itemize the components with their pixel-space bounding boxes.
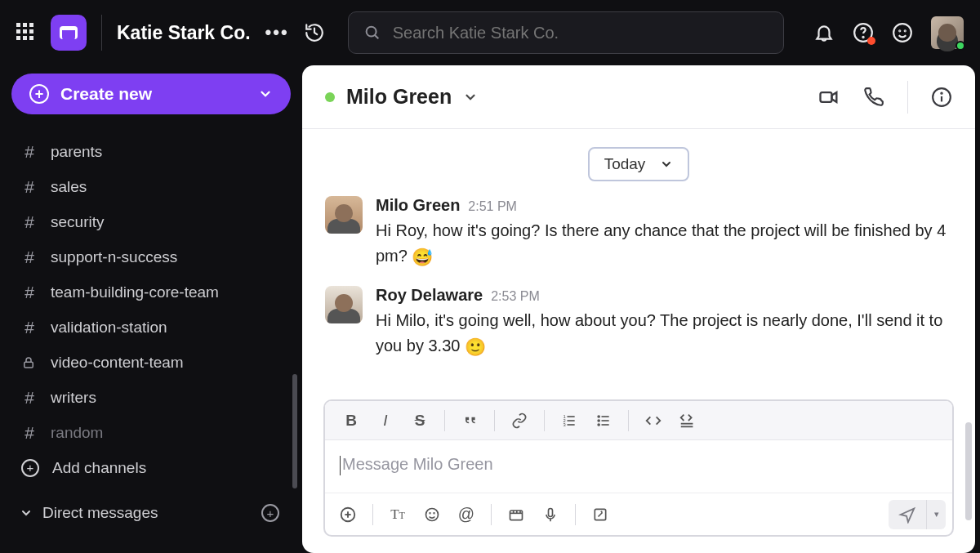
add-channels-button[interactable]: + Add channels bbox=[11, 450, 302, 485]
channel-writers[interactable]: #writers bbox=[11, 380, 302, 415]
message: Milo Green2:51 PMHi Roy, how it's going?… bbox=[325, 196, 952, 271]
svg-point-29 bbox=[426, 508, 439, 520]
send-options-button[interactable]: ▾ bbox=[926, 500, 946, 529]
lock-icon bbox=[21, 355, 38, 370]
add-channels-label: Add channels bbox=[52, 459, 146, 477]
link-button[interactable] bbox=[503, 406, 536, 435]
svg-point-21 bbox=[598, 416, 599, 417]
svg-point-5 bbox=[899, 30, 900, 31]
chevron-down-icon bbox=[660, 158, 673, 171]
apps-grid-icon[interactable] bbox=[16, 23, 36, 42]
message-text: Hi Milo, it's going well, how about you?… bbox=[376, 308, 952, 361]
message-avatar[interactable] bbox=[325, 196, 363, 234]
strikethrough-button[interactable]: S bbox=[403, 406, 436, 435]
channel-label: team-building-core-team bbox=[51, 283, 219, 301]
channel-video-content-team[interactable]: video-content-team bbox=[11, 345, 302, 380]
quote-button[interactable] bbox=[453, 406, 486, 435]
channel-label: support-n-success bbox=[51, 248, 177, 266]
svg-point-6 bbox=[905, 30, 906, 31]
channel-security[interactable]: #security bbox=[11, 204, 302, 239]
bold-button[interactable]: B bbox=[335, 406, 368, 435]
mention-button[interactable]: @ bbox=[450, 500, 483, 529]
channel-support-n-success[interactable]: #support-n-success bbox=[11, 239, 302, 274]
hash-icon: # bbox=[21, 423, 38, 443]
compose-actions: TT @ bbox=[325, 493, 952, 535]
italic-button[interactable]: I bbox=[369, 406, 402, 435]
svg-point-23 bbox=[598, 424, 599, 426]
sidebar-scrollbar[interactable] bbox=[292, 374, 297, 488]
more-menu-icon[interactable]: ••• bbox=[265, 22, 289, 43]
date-divider[interactable]: Today bbox=[588, 147, 690, 181]
help-icon[interactable] bbox=[853, 22, 874, 43]
message-avatar[interactable] bbox=[325, 286, 363, 323]
channel-random[interactable]: #random bbox=[11, 415, 302, 450]
info-icon[interactable] bbox=[931, 87, 952, 108]
ordered-list-button[interactable]: 123 bbox=[553, 406, 586, 435]
text-format-button[interactable]: TT bbox=[381, 500, 414, 529]
workspace-logo[interactable] bbox=[51, 15, 87, 51]
shortcut-button[interactable] bbox=[584, 500, 617, 529]
chat-contact-name: Milo Green bbox=[346, 85, 452, 109]
message: Roy Delaware2:53 PMHi Milo, it's going w… bbox=[325, 286, 952, 361]
svg-rect-7 bbox=[24, 362, 33, 368]
code-block-button[interactable] bbox=[671, 406, 704, 435]
channel-parents[interactable]: #parents bbox=[11, 134, 302, 169]
emoji-header-icon[interactable] bbox=[892, 22, 913, 43]
message-stream: Today Milo Green2:51 PMHi Roy, how it's … bbox=[302, 129, 975, 391]
channel-sales[interactable]: #sales bbox=[11, 169, 302, 204]
hash-icon: # bbox=[21, 142, 38, 162]
svg-point-4 bbox=[893, 24, 911, 42]
presence-indicator bbox=[956, 41, 965, 51]
attach-button[interactable] bbox=[332, 500, 364, 529]
plus-circle-icon: + bbox=[21, 459, 39, 477]
date-divider-label: Today bbox=[604, 155, 646, 173]
audio-clip-button[interactable] bbox=[534, 500, 567, 529]
message-text: Hi Roy, how it's going? Is there any cha… bbox=[376, 218, 952, 271]
message-author: Milo Green bbox=[376, 196, 460, 215]
svg-text:3: 3 bbox=[564, 421, 566, 426]
send-button[interactable] bbox=[889, 500, 926, 529]
notifications-icon[interactable] bbox=[813, 22, 835, 43]
emoji-button[interactable] bbox=[416, 500, 448, 529]
sidebar: + Create new #parents#sales#security#sup… bbox=[0, 65, 302, 553]
search-icon bbox=[363, 24, 381, 42]
compose-input[interactable]: Message Milo Green bbox=[325, 440, 952, 493]
help-badge bbox=[867, 37, 875, 45]
bullet-list-button[interactable] bbox=[587, 406, 620, 435]
video-clip-button[interactable] bbox=[500, 500, 532, 529]
history-icon[interactable] bbox=[304, 22, 325, 43]
app-header: Katie Stark Co. ••• bbox=[0, 0, 980, 65]
message-time: 2:53 PM bbox=[491, 289, 540, 304]
phone-call-icon[interactable] bbox=[863, 87, 884, 108]
search-bar[interactable] bbox=[348, 11, 784, 54]
svg-point-3 bbox=[862, 37, 863, 38]
hash-icon: # bbox=[21, 212, 38, 232]
channel-label: parents bbox=[51, 143, 102, 161]
video-call-icon[interactable] bbox=[817, 86, 840, 109]
chat-scrollbar[interactable] bbox=[965, 180, 972, 520]
chat-header: Milo Green bbox=[302, 65, 975, 129]
message-author: Roy Delaware bbox=[376, 286, 483, 305]
dm-section-header[interactable]: Direct messages + bbox=[11, 495, 302, 531]
presence-dot bbox=[325, 92, 335, 102]
add-dm-icon[interactable]: + bbox=[261, 504, 279, 522]
svg-point-0 bbox=[366, 27, 376, 37]
create-new-button[interactable]: + Create new bbox=[11, 74, 291, 114]
message-composer: B I S 123 bbox=[323, 399, 954, 537]
svg-point-11 bbox=[941, 92, 942, 93]
chevron-down-icon[interactable] bbox=[463, 90, 478, 105]
emoji-icon: 🙂 bbox=[465, 334, 486, 361]
user-avatar[interactable] bbox=[931, 16, 964, 49]
divider bbox=[101, 15, 102, 51]
channel-team-building-core-team[interactable]: #team-building-core-team bbox=[11, 274, 302, 310]
code-button[interactable] bbox=[637, 406, 670, 435]
channel-label: validation-station bbox=[51, 319, 167, 337]
channel-label: video-content-team bbox=[51, 354, 184, 372]
compose-placeholder: Message Milo Green bbox=[342, 455, 493, 473]
search-input[interactable] bbox=[393, 24, 768, 42]
create-new-label: Create new bbox=[60, 84, 152, 104]
channel-label: random bbox=[51, 424, 103, 442]
dm-section-label: Direct messages bbox=[42, 504, 158, 522]
hash-icon: # bbox=[21, 177, 38, 197]
channel-validation-station[interactable]: #validation-station bbox=[11, 310, 302, 345]
